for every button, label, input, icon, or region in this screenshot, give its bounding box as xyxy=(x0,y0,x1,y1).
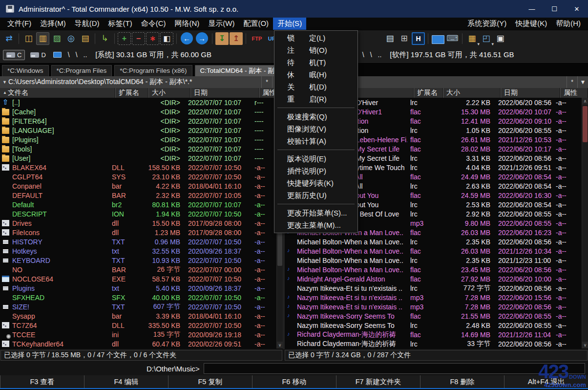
root-dir-button[interactable]: \ xyxy=(65,50,72,59)
start-menu-item[interactable]: 图像浏览(V) xyxy=(274,123,357,135)
favorites-button[interactable]: * xyxy=(261,76,272,88)
folder-tab[interactable]: C:TotalCMD64 - 副本 - 副本 xyxy=(195,65,279,76)
select-remove-icon[interactable]: − xyxy=(132,32,145,45)
file-row[interactable]: DESCRIPT ION 1.94 KB 2022/07/07 10:50 -a… xyxy=(0,209,276,218)
drive-button[interactable]: D xyxy=(27,50,49,60)
brief-view-icon[interactable]: ▥ xyxy=(36,32,49,45)
column-header-size[interactable]: 大小 xyxy=(443,88,501,98)
file-row[interactable]: Nazym Itikeeva-Sorry Seems To lrc 2.48 K… xyxy=(285,321,582,330)
folder-tab[interactable]: *C:Windows xyxy=(2,65,49,76)
file-row[interactable]: [Tools] <DIR> 2022/07/07 10:07 ---- xyxy=(0,144,276,153)
file-row[interactable]: FileIcons dll 1.23 MB 2017/09/28 08:00 -… xyxy=(0,228,276,237)
scroll-down-icon[interactable]: ∨ xyxy=(582,342,588,348)
minimize-button[interactable]: — xyxy=(521,0,543,18)
file-row[interactable]: Conpanel bar 4.22 KB 2018/04/01 16:10 -a… xyxy=(0,181,276,191)
root-dir-button[interactable]: \ xyxy=(360,50,367,59)
fn-key-button[interactable]: F6 移动 xyxy=(252,375,336,388)
scroll-down-icon[interactable]: ∨ xyxy=(277,342,283,348)
start-menu-item[interactable]: 重 启(R) xyxy=(274,93,357,105)
fn-key-button[interactable]: F4 编辑 xyxy=(84,375,168,388)
column-header-name[interactable]: ▲文件名 xyxy=(0,88,115,98)
file-row[interactable]: Richard Clayderman-海边的祈祷 lrc 33 字节 2022/… xyxy=(285,339,582,348)
refresh-icon[interactable]: ⇄ xyxy=(2,32,16,45)
left-path-bar[interactable]: ▼ C:\Users\Administrator\Desktop\TotalCM… xyxy=(0,76,283,88)
fn-key-button[interactable]: F8 删除 xyxy=(420,375,504,388)
column-header-size[interactable]: 大小 xyxy=(148,88,190,98)
select-add-icon[interactable]: + xyxy=(118,32,131,45)
start-menu-item[interactable]: 更改主菜单(M)... xyxy=(274,219,357,231)
close-button[interactable]: ✕ xyxy=(566,0,588,18)
file-row[interactable]: NOCLOSE64 EXE 58.57 KB 2022/07/07 10:50 … xyxy=(0,274,276,283)
scroll-up-icon[interactable]: ∧ xyxy=(582,98,588,105)
start-menu-item[interactable]: 极速搜索(Q) xyxy=(274,110,357,123)
menubar-item[interactable]: 文件(F) xyxy=(3,18,36,30)
hex-editor-icon[interactable]: H xyxy=(412,32,425,45)
menubar-item[interactable]: 开始(S) xyxy=(273,18,306,30)
start-menu-item[interactable]: 版本说明(E) xyxy=(274,152,357,165)
start-menu-item[interactable]: 插件说明(P) xyxy=(274,165,357,177)
menubar-item[interactable]: 系统资源(Y) xyxy=(463,18,511,30)
file-row[interactable]: Default br2 80.81 KB 2022/07/07 10:07 -a… xyxy=(0,200,276,209)
select-group-icon[interactable]: ∗ xyxy=(146,32,159,45)
file-row[interactable]: SFXHEAD SFX 40.00 KB 2022/07/07 10:50 -a… xyxy=(0,293,276,302)
column-header-ext[interactable]: 扩展名 xyxy=(115,88,148,98)
branch-view-icon[interactable]: ↳ xyxy=(98,32,111,45)
path-history-icon[interactable]: ▼ xyxy=(2,80,7,85)
file-row[interactable]: Michael Bolton-When a Man Love.. lrc 2.3… xyxy=(285,256,582,265)
fn-key-button[interactable]: F7 新建文件夹 xyxy=(336,375,420,388)
file-row[interactable]: Nazym Itikeeva-Et si tu n'existais .. mp… xyxy=(285,302,582,311)
command-input[interactable] xyxy=(204,363,585,374)
column-header-date[interactable]: 日期 xyxy=(190,88,259,98)
tree-view-icon[interactable]: ▤ xyxy=(79,32,92,45)
scrollbar-thumb[interactable] xyxy=(583,106,588,142)
start-menu-item[interactable]: 休 眠(H) xyxy=(274,68,357,81)
root-dir-button[interactable]: \ xyxy=(73,50,80,59)
history-button[interactable]: ▼ xyxy=(577,76,588,88)
start-menu-item[interactable]: 待 机(T) xyxy=(274,56,357,68)
window-icon[interactable]: ▣ xyxy=(494,32,507,45)
unpack-icon[interactable]: ↧ xyxy=(215,32,229,45)
file-row[interactable]: [..] <DIR> 2022/07/07 10:07 r--- xyxy=(0,98,276,107)
folder-tools-icon[interactable]: ▦ xyxy=(465,32,479,45)
file-row[interactable]: Nazym Itikeeva-Sorry Seems To flac 21.55… xyxy=(285,311,582,321)
file-row[interactable]: Plugins txt 5.40 KB 2020/09/26 18:37 -a-… xyxy=(0,283,276,293)
desktop-icon[interactable] xyxy=(432,35,444,44)
start-menu-item[interactable]: 锁 定(L) xyxy=(274,32,357,44)
fn-key-button[interactable]: F3 查看 xyxy=(0,375,84,388)
invert-selection-icon[interactable]: ◧ xyxy=(160,32,173,45)
menubar-item[interactable]: 帮助(H) xyxy=(551,18,585,30)
folder-tab[interactable]: *C:Program Files xyxy=(51,65,112,76)
calculator-icon[interactable]: ⊞ xyxy=(398,32,411,45)
menubar-item[interactable]: 网络(N) xyxy=(170,18,204,30)
history-back-icon[interactable]: ← xyxy=(181,32,193,44)
start-menu-item[interactable]: 关 机(D) xyxy=(274,81,357,93)
column-header-attr[interactable]: 属性 xyxy=(560,88,588,98)
column-header-date[interactable]: 日期 xyxy=(501,88,560,98)
menubar-item[interactable]: 标签(T) xyxy=(104,18,136,30)
menubar-item[interactable]: 显示(W) xyxy=(204,18,239,30)
column-header-ext[interactable]: 扩展名 xyxy=(414,88,443,98)
file-row[interactable]: [User] <DIR> 2022/07/07 10:07 ---- xyxy=(0,153,276,163)
file-row[interactable]: NO BAR 26 字节 2022/07/07 00:00 -a-- xyxy=(0,265,276,274)
folder-tab[interactable]: *C:Program Files (x86) xyxy=(114,65,192,76)
file-row[interactable]: TCKeyhandler64 dll 60.47 KB 2020/02/26 0… xyxy=(0,339,276,348)
drive-button[interactable]: C xyxy=(3,50,25,60)
quick-view-icon[interactable]: ◎ xyxy=(64,32,78,45)
right-scrollbar[interactable]: ∧ ∨ xyxy=(582,98,588,348)
dir-compare-icon[interactable]: ◫ xyxy=(22,32,35,45)
start-menu-item[interactable]: 快捷键列表(K) xyxy=(274,177,357,189)
file-row[interactable]: [Cache] <DIR> 2022/07/07 10:07 ---- xyxy=(0,107,276,116)
fn-key-button[interactable]: F5 复制 xyxy=(168,375,252,388)
pack-icon[interactable]: ↥ xyxy=(230,32,243,45)
file-row[interactable]: Midnight Angel-Gerald Alston flac 27.92 … xyxy=(285,274,582,283)
menubar-item[interactable]: 快捷键(K) xyxy=(511,18,551,30)
notepad-icon[interactable]: ▤ xyxy=(383,32,397,45)
file-row[interactable]: TC7Z64 DLL 335.50 KB 2022/07/07 10:50 -a… xyxy=(0,321,276,330)
file-row[interactable]: Michael Bolton-When a Man Love.. flac 26… xyxy=(285,246,582,256)
menubar-item[interactable]: 命令(C) xyxy=(137,18,170,30)
file-row[interactable]: Drives dll 15.50 KB 2017/09/28 08:00 -a-… xyxy=(0,218,276,228)
start-menu-item[interactable]: 注 销(O) xyxy=(274,44,357,56)
start-menu-item[interactable]: 校验计算(A) xyxy=(274,135,357,147)
menubar-item[interactable]: 导航(D) xyxy=(70,18,104,30)
history-forward-icon[interactable]: → xyxy=(196,32,208,44)
